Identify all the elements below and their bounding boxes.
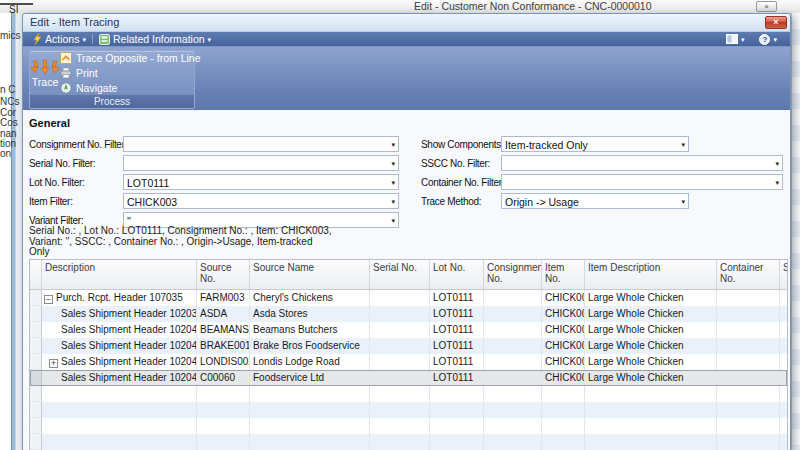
cell-description[interactable] (42, 418, 197, 434)
background-close-button[interactable]: × (756, 1, 777, 12)
row-selector-cell[interactable] (30, 306, 42, 322)
customize-layout-button[interactable]: ▾ (722, 34, 749, 45)
cell-lot-no[interactable] (430, 386, 484, 402)
cell-container-no[interactable] (717, 386, 780, 402)
cell-s[interactable] (780, 338, 787, 354)
cell-container-no[interactable] (717, 418, 780, 434)
cell-consignment-no[interactable] (484, 434, 542, 450)
cell-item-no[interactable]: CHICK003 (542, 338, 585, 354)
cell-serial-no[interactable] (370, 322, 430, 338)
cell-source-no[interactable] (197, 386, 250, 402)
cell-item-description[interactable] (585, 418, 717, 434)
cell-lot-no[interactable]: LOT0111 (430, 322, 484, 338)
cell-source-name[interactable] (250, 402, 370, 418)
cell-item-no[interactable]: CHICK003 (542, 306, 585, 322)
combobox-show-components[interactable]: Item-tracked Only▾ (501, 136, 689, 152)
cell-source-no[interactable]: FARM003 (197, 290, 250, 306)
cell-source-no[interactable]: ASDA (197, 306, 250, 322)
cell-lot-no[interactable] (430, 434, 484, 450)
cell-serial-no[interactable] (370, 402, 430, 418)
cell-lot-no[interactable] (430, 418, 484, 434)
cell-s[interactable] (780, 386, 787, 402)
column-header-description[interactable]: Description (42, 260, 197, 289)
cell-s[interactable] (780, 434, 787, 450)
cell-source-no[interactable]: BEAMANS (197, 322, 250, 338)
cell-s[interactable] (780, 322, 787, 338)
cell-item-description[interactable] (585, 434, 717, 450)
cell-source-no[interactable] (197, 402, 250, 418)
row-selector-cell[interactable] (30, 418, 42, 434)
related-information-menu[interactable]: Related Information ▾ (95, 32, 215, 46)
cell-container-no[interactable] (717, 306, 780, 322)
cell-consignment-no[interactable] (484, 402, 542, 418)
cell-container-no[interactable] (717, 338, 780, 354)
cell-s[interactable] (780, 290, 787, 306)
cell-serial-no[interactable] (370, 386, 430, 402)
combobox-trace-method[interactable]: Origin -> Usage▾ (501, 193, 689, 209)
cell-serial-no[interactable] (370, 418, 430, 434)
cell-source-name[interactable]: Foodservice Ltd (250, 370, 370, 386)
cell-serial-no[interactable] (370, 290, 430, 306)
cell-consignment-no[interactable] (484, 306, 542, 322)
row-selector-cell[interactable] (30, 370, 42, 386)
cell-s[interactable] (780, 306, 787, 322)
cell-item-no[interactable]: CHICK003 (542, 290, 585, 306)
cell-source-no[interactable]: BRAKE001 (197, 338, 250, 354)
dropdown-caret-icon[interactable]: ▾ (681, 198, 685, 205)
column-header-selector[interactable] (30, 260, 42, 289)
row-selector-cell[interactable] (30, 338, 42, 354)
cell-consignment-no[interactable] (484, 338, 542, 354)
table-row[interactable]: Sales Shipment Header 102041BRAKE001Brak… (30, 338, 787, 354)
table-row[interactable] (30, 418, 787, 434)
cell-consignment-no[interactable] (484, 418, 542, 434)
row-selector-cell[interactable] (30, 322, 42, 338)
cell-item-description[interactable]: Large Whole Chicken (585, 322, 717, 338)
collapse-toggle-icon[interactable]: − (44, 295, 53, 304)
row-selector-cell[interactable] (30, 354, 42, 370)
cell-item-description[interactable]: Large Whole Chicken (585, 354, 717, 370)
cell-serial-no[interactable] (370, 354, 430, 370)
cell-item-no[interactable] (542, 418, 585, 434)
cell-serial-no[interactable] (370, 434, 430, 450)
column-header-source-no[interactable]: Source No. (197, 260, 250, 289)
cell-description[interactable]: Sales Shipment Header 102040 (42, 322, 197, 338)
print-command[interactable]: Print (60, 66, 201, 80)
combobox-consignment-no-filter[interactable]: ▾ (123, 136, 399, 152)
cell-container-no[interactable] (717, 434, 780, 450)
cell-description[interactable] (42, 386, 197, 402)
table-row[interactable]: Sales Shipment Header 102043C00060Foodse… (30, 370, 787, 386)
column-header-s[interactable]: S (780, 260, 787, 289)
cell-source-name[interactable]: Beamans Butchers (250, 322, 370, 338)
column-header-consignment-no[interactable]: Consignment No. (484, 260, 542, 289)
dialog-title-bar[interactable]: Edit - Item Tracing × (23, 14, 790, 32)
cell-item-description[interactable] (585, 402, 717, 418)
combobox-lot-no-filter[interactable]: LOT0111▾ (123, 174, 399, 190)
cell-description[interactable] (42, 434, 197, 450)
cell-s[interactable] (780, 370, 787, 386)
column-header-item-no[interactable]: Item No. (542, 260, 585, 289)
dropdown-caret-icon[interactable]: ▾ (391, 217, 395, 224)
dropdown-caret-icon[interactable]: ▾ (391, 179, 395, 186)
cell-consignment-no[interactable] (484, 386, 542, 402)
cell-source-name[interactable]: Asda Stores (250, 306, 370, 322)
cell-source-name[interactable] (250, 434, 370, 450)
column-header-lot-no[interactable]: Lot No. (430, 260, 484, 289)
row-selector-cell[interactable] (30, 386, 42, 402)
expand-toggle-icon[interactable]: + (49, 359, 58, 368)
cell-source-no[interactable]: LONDIS002 (197, 354, 250, 370)
dropdown-caret-icon[interactable]: ▾ (775, 160, 779, 167)
cell-source-no[interactable] (197, 418, 250, 434)
cell-item-description[interactable]: Large Whole Chicken (585, 338, 717, 354)
cell-lot-no[interactable]: LOT0111 (430, 306, 484, 322)
column-header-item-description[interactable]: Item Description (585, 260, 717, 289)
cell-lot-no[interactable]: LOT0111 (430, 354, 484, 370)
cell-container-no[interactable] (717, 290, 780, 306)
dropdown-caret-icon[interactable]: ▾ (391, 160, 395, 167)
cell-item-description[interactable]: Large Whole Chicken (585, 370, 717, 386)
cell-source-name[interactable]: Londis Lodge Road (250, 354, 370, 370)
cell-item-no[interactable]: CHICK003 (542, 322, 585, 338)
cell-s[interactable] (780, 418, 787, 434)
cell-description[interactable]: Sales Shipment Header 102039 (42, 306, 197, 322)
cell-source-name[interactable] (250, 386, 370, 402)
cell-item-no[interactable] (542, 402, 585, 418)
